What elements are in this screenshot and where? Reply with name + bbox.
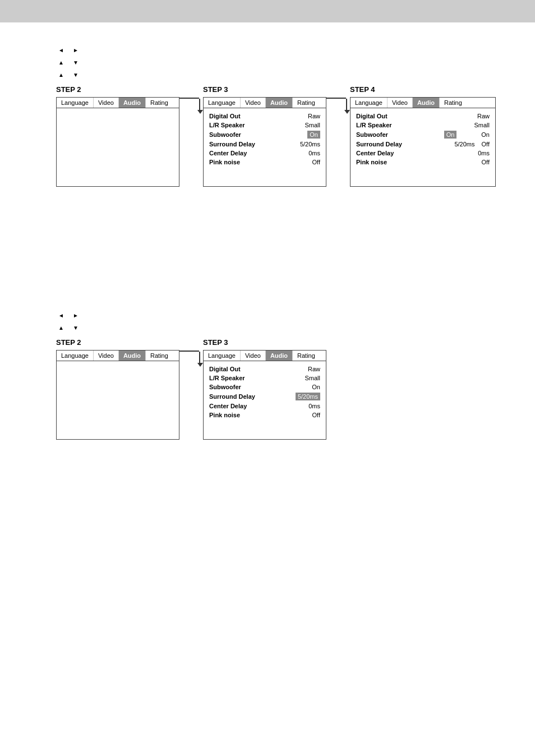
tab-audio-s3[interactable]: Audio (266, 98, 293, 108)
step4-body: Digital Out Raw L/R Speaker Small Subwoo… (350, 108, 495, 172)
connector-3-4 (326, 98, 350, 114)
row-subwoofer-s3b: Subwoofer On (209, 384, 320, 390)
spacer-middle (22, 187, 513, 299)
step3b-block: STEP 3 Language Video Audio Rating Digit… (203, 338, 326, 440)
arrow-section-1: ◄ ► ▲ ▼ ▲ ▼ (56, 45, 513, 80)
steps-row-2: STEP 2 Language Video Audio Rating (22, 338, 513, 440)
up-arrow-1[interactable]: ▲ (56, 57, 66, 67)
page: ◄ ► ▲ ▼ ▲ ▼ STEP 2 Language (0, 0, 535, 756)
down-arrow-1[interactable]: ▼ (71, 57, 81, 67)
step4-label: STEP 4 (350, 85, 375, 94)
step3b-label: STEP 3 (203, 338, 228, 347)
tab-rating-s4[interactable]: Rating (440, 98, 467, 108)
row-surround-delay-s3: Surround Delay 5/20ms (209, 141, 320, 147)
tab-audio-s2[interactable]: Audio (119, 98, 146, 108)
row-digital-out-s4: Digital Out Raw (356, 113, 490, 119)
tab-language-s3[interactable]: Language (204, 98, 241, 108)
left-arrow-s2[interactable]: ◄ (56, 310, 66, 320)
row-lr-speaker-s4: L/R Speaker Small (356, 122, 490, 128)
row-surround-delay-s4: Surround Delay 5/20ms Off (356, 141, 490, 147)
left-arrow-1[interactable]: ◄ (56, 45, 66, 55)
tab-rating-s3[interactable]: Rating (293, 98, 320, 108)
tab-language-s2b[interactable]: Language (57, 351, 94, 361)
step4-panel: Language Video Audio Rating Digital Out … (350, 97, 496, 187)
step3-label: STEP 3 (203, 85, 228, 94)
step2b-tabs: Language Video Audio Rating (57, 351, 179, 361)
step3-tabs: Language Video Audio Rating (204, 98, 326, 108)
step2b-label: STEP 2 (56, 338, 81, 347)
tab-language-s4[interactable]: Language (350, 98, 388, 108)
down-arrow-s2[interactable]: ▼ (71, 322, 81, 333)
row-surround-delay-s3b: Surround Delay 5/20ms (209, 393, 320, 400)
tab-audio-s4[interactable]: Audio (413, 98, 440, 108)
section1: ◄ ► ▲ ▼ ▲ ▼ STEP 2 Language (0, 22, 535, 451)
right-arrow-1[interactable]: ► (71, 45, 81, 55)
row-center-delay-s3: Center Delay 0ms (209, 150, 320, 156)
down-arrow-2[interactable]: ▼ (71, 70, 81, 80)
row-subwoofer-s4: Subwoofer On On (356, 131, 490, 139)
tab-language-s3b[interactable]: Language (204, 351, 241, 361)
row-pink-noise-s4: Pink noise Off (356, 159, 490, 165)
step2-panel: Language Video Audio Rating (56, 97, 179, 187)
step3-panel: Language Video Audio Rating Digital Out … (203, 97, 326, 187)
tab-audio-s2b[interactable]: Audio (119, 351, 146, 361)
step2b-panel: Language Video Audio Rating (56, 350, 179, 440)
right-arrow-s2[interactable]: ► (71, 310, 81, 320)
row-subwoofer-s3: Subwoofer On (209, 131, 320, 139)
step2b-body (57, 361, 179, 423)
step3-body: Digital Out Raw L/R Speaker Small Subwoo… (204, 108, 326, 172)
arrow-row-3: ▲ ▼ (56, 70, 513, 80)
tab-video-s3[interactable]: Video (241, 98, 266, 108)
tab-rating-s2[interactable]: Rating (146, 98, 173, 108)
tab-rating-s2b[interactable]: Rating (146, 351, 173, 361)
row-lr-speaker-s3b: L/R Speaker Small (209, 375, 320, 381)
tab-audio-s3b[interactable]: Audio (266, 351, 293, 361)
up-arrow-2[interactable]: ▲ (56, 70, 66, 80)
row-center-delay-s3b: Center Delay 0ms (209, 403, 320, 409)
row-pink-noise-s3b: Pink noise Off (209, 412, 320, 418)
tab-language-s2[interactable]: Language (57, 98, 94, 108)
step4-tabs: Language Video Audio Rating (350, 98, 495, 108)
arrow-row-1: ◄ ► (56, 45, 513, 55)
connector-2-3 (179, 98, 203, 114)
row-digital-out-s3: Digital Out Raw (209, 113, 320, 119)
row-lr-speaker-s3: L/R Speaker Small (209, 122, 320, 128)
steps-row-1: STEP 2 Language Video Audio Rating (22, 85, 513, 187)
tab-video-s4[interactable]: Video (388, 98, 413, 108)
row-center-delay-s4: Center Delay 0ms (356, 150, 490, 156)
tab-video-s2b[interactable]: Video (94, 351, 119, 361)
connector-2b-3b (179, 351, 203, 367)
top-bar (0, 0, 535, 22)
row-pink-noise-s3: Pink noise Off (209, 159, 320, 165)
step2-block: STEP 2 Language Video Audio Rating (22, 85, 179, 187)
arrow-row-2: ▲ ▼ (56, 57, 513, 67)
step3b-tabs: Language Video Audio Rating (204, 351, 326, 361)
step3b-panel: Language Video Audio Rating Digital Out … (203, 350, 326, 440)
arrow-row-s2-2: ▲ ▼ (56, 322, 513, 333)
arrow-section-2: ◄ ► ▲ ▼ (56, 310, 513, 333)
arrow-row-s2-1: ◄ ► (56, 310, 513, 320)
step2-body (57, 108, 179, 170)
tab-video-s2[interactable]: Video (94, 98, 119, 108)
tab-rating-s3b[interactable]: Rating (293, 351, 320, 361)
step2b-block: STEP 2 Language Video Audio Rating (22, 338, 179, 440)
step3-block: STEP 3 Language Video Audio Rating Digit… (203, 85, 326, 187)
step4-block: STEP 4 Language Video Audio Rating Digit… (350, 85, 496, 187)
row-digital-out-s3b: Digital Out Raw (209, 366, 320, 372)
tab-video-s3b[interactable]: Video (241, 351, 266, 361)
step2-tabs: Language Video Audio Rating (57, 98, 179, 108)
step3b-body: Digital Out Raw L/R Speaker Small Subwoo… (204, 361, 326, 425)
step2-label: STEP 2 (56, 85, 81, 94)
up-arrow-s2[interactable]: ▲ (56, 322, 66, 333)
